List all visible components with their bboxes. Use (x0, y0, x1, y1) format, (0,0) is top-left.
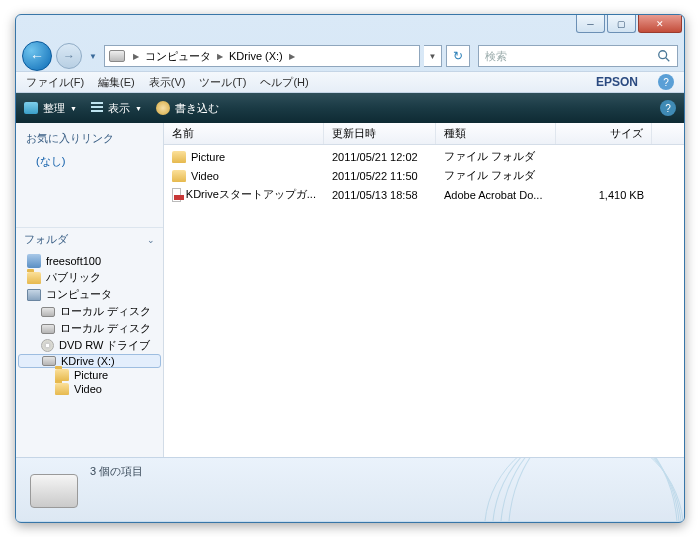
pdf-icon (172, 188, 181, 202)
drive-icon (42, 356, 56, 366)
chevron-down-icon: ⌄ (147, 235, 155, 245)
views-label: 表示 (108, 101, 130, 116)
folder-tree-header[interactable]: フォルダ ⌄ (16, 227, 163, 251)
column-type[interactable]: 種類 (436, 123, 556, 144)
tree-item-label: freesoft100 (46, 255, 101, 267)
cell-name: Picture (164, 151, 324, 163)
cell-type: Adobe Acrobat Do... (436, 189, 556, 201)
drive-icon (109, 50, 125, 62)
cell-date: 2011/05/22 11:50 (324, 170, 436, 182)
tree-item[interactable]: Video (16, 382, 163, 396)
cell-type: ファイル フォルダ (436, 168, 556, 183)
address-dropdown[interactable]: ▼ (424, 45, 442, 67)
menu-file[interactable]: ファイル(F) (26, 75, 84, 90)
spacer (16, 173, 163, 227)
chevron-down-icon: ▼ (135, 105, 142, 112)
forward-button[interactable]: → (56, 43, 82, 69)
nav-history-dropdown[interactable]: ▼ (86, 47, 100, 65)
cell-name: Video (164, 170, 324, 182)
tree-item[interactable]: DVD RW ドライブ (16, 337, 163, 354)
minimize-button[interactable]: ─ (576, 15, 605, 33)
tree-item[interactable]: ローカル ディスク (16, 303, 163, 320)
folder-icon (172, 170, 186, 182)
file-name: Video (191, 170, 219, 182)
list-row[interactable]: Video2011/05/22 11:50ファイル フォルダ (164, 166, 684, 185)
drive-icon (41, 324, 55, 334)
tree-item[interactable]: freesoft100 (16, 253, 163, 269)
tree-item[interactable]: パブリック (16, 269, 163, 286)
search-input[interactable]: 検索 (478, 45, 678, 67)
chevron-down-icon: ▼ (70, 105, 77, 112)
file-name: Picture (191, 151, 225, 163)
tree-item-label: Picture (74, 369, 108, 381)
statusbar: 3 個の項目 (16, 457, 684, 521)
computer-icon (27, 289, 41, 301)
tree-item[interactable]: KDrive (X:) (18, 354, 161, 368)
tree-item-label: ローカル ディスク (60, 304, 151, 319)
tree-item-label: ローカル ディスク (60, 321, 151, 336)
tree-item[interactable]: Picture (16, 368, 163, 382)
menu-tool[interactable]: ツール(T) (199, 75, 246, 90)
list-header: 名前 更新日時 種類 サイズ (164, 123, 684, 145)
organize-icon (24, 102, 38, 114)
search-icon (657, 49, 671, 63)
titlebar: ─ ▢ ✕ (16, 15, 684, 41)
toolbar-help-icon[interactable]: ? (660, 100, 676, 116)
folder-tree: freesoft100パブリックコンピュータローカル ディスクローカル ディスク… (16, 251, 163, 398)
burn-button[interactable]: 書き込む (156, 101, 219, 116)
folder-icon (27, 272, 41, 284)
tree-item[interactable]: ローカル ディスク (16, 320, 163, 337)
breadcrumb-sep-icon: ▶ (131, 52, 141, 61)
breadcrumb-computer[interactable]: コンピュータ (141, 49, 215, 64)
cell-type: ファイル フォルダ (436, 149, 556, 164)
menu-view[interactable]: 表示(V) (149, 75, 186, 90)
cell-name: KDriveスタートアップガ... (164, 187, 324, 202)
menu-help[interactable]: ヘルプ(H) (260, 75, 308, 90)
views-button[interactable]: 表示 ▼ (91, 101, 142, 116)
folder-icon (172, 151, 186, 163)
tree-item-label: コンピュータ (46, 287, 112, 302)
body-area: お気に入りリンク (なし) フォルダ ⌄ freesoft100パブリックコンピ… (16, 123, 684, 457)
breadcrumb-sep-icon: ▶ (215, 52, 225, 61)
tree-item-label: DVD RW ドライブ (59, 338, 150, 353)
column-date[interactable]: 更新日時 (324, 123, 436, 144)
help-icon[interactable]: ? (658, 74, 674, 90)
drive-icon (41, 307, 55, 317)
close-button[interactable]: ✕ (638, 15, 682, 33)
explorer-window: ─ ▢ ✕ ← → ▼ ▶ コンピュータ ▶ KDrive (X:) ▶ ▼ ↻… (15, 14, 685, 523)
breadcrumb-sep-icon: ▶ (287, 52, 297, 61)
list-row[interactable]: KDriveスタートアップガ...2011/05/13 18:58Adobe A… (164, 185, 684, 204)
cell-date: 2011/05/13 18:58 (324, 189, 436, 201)
address-bar[interactable]: ▶ コンピュータ ▶ KDrive (X:) ▶ (104, 45, 420, 67)
decorative-swoosh (484, 457, 684, 521)
svg-point-0 (659, 51, 667, 59)
tree-item-label: Video (74, 383, 102, 395)
maximize-button[interactable]: ▢ (607, 15, 636, 33)
cell-size: 1,410 KB (556, 189, 652, 201)
dvd-icon (41, 339, 54, 352)
command-bar: 整理 ▼ 表示 ▼ 書き込む ? (16, 93, 684, 123)
breadcrumb-drive[interactable]: KDrive (X:) (225, 50, 287, 62)
favorites-header: お気に入りリンク (16, 123, 163, 150)
brand-label: EPSON (596, 75, 638, 89)
menubar: ファイル(F) 編集(E) 表示(V) ツール(T) ヘルプ(H) EPSON … (16, 71, 684, 93)
organize-label: 整理 (43, 101, 65, 116)
file-name: KDriveスタートアップガ... (186, 187, 316, 202)
back-button[interactable]: ← (22, 41, 52, 71)
menu-edit[interactable]: 編集(E) (98, 75, 135, 90)
column-name[interactable]: 名前 (164, 123, 324, 144)
folder-header-label: フォルダ (24, 232, 68, 247)
sidebar: お気に入りリンク (なし) フォルダ ⌄ freesoft100パブリックコンピ… (16, 123, 164, 457)
list-rows: Picture2011/05/21 12:02ファイル フォルダVideo201… (164, 145, 684, 204)
status-text: 3 個の項目 (90, 464, 143, 479)
burn-label: 書き込む (175, 101, 219, 116)
column-size[interactable]: サイズ (556, 123, 652, 144)
burn-icon (156, 101, 170, 115)
organize-button[interactable]: 整理 ▼ (24, 101, 77, 116)
refresh-button[interactable]: ↻ (446, 45, 470, 67)
svg-line-1 (666, 58, 670, 62)
list-row[interactable]: Picture2011/05/21 12:02ファイル フォルダ (164, 147, 684, 166)
cell-date: 2011/05/21 12:02 (324, 151, 436, 163)
tree-item[interactable]: コンピュータ (16, 286, 163, 303)
favorites-none-link[interactable]: (なし) (16, 150, 163, 173)
